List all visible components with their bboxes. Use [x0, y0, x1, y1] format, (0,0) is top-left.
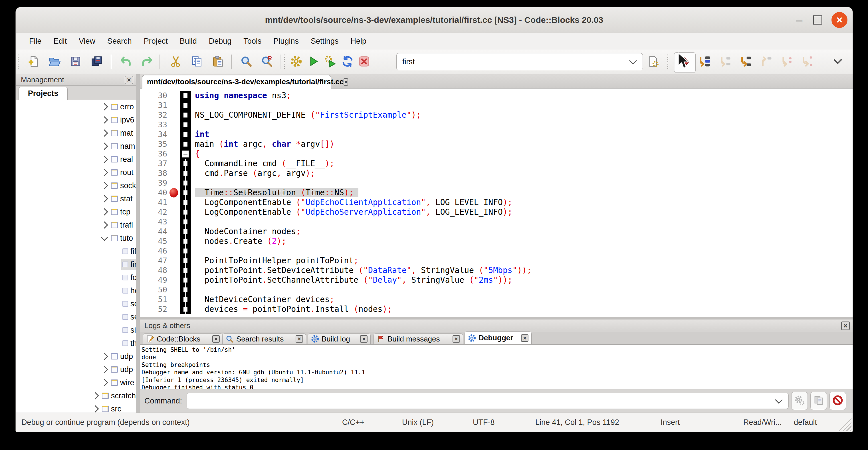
tree-item-se[interactable]: se [16, 310, 136, 324]
menu-item-view[interactable]: View [73, 34, 101, 48]
find-button[interactable] [238, 54, 254, 70]
tree-item-udp-[interactable]: udp- [16, 363, 136, 376]
logs-tab-build-messages[interactable]: Build messages× [373, 333, 463, 344]
close-icon[interactable]: × [296, 335, 303, 342]
chevron-right-icon[interactable] [101, 182, 108, 189]
save-all-button[interactable] [89, 54, 105, 70]
menu-item-file[interactable]: File [23, 34, 48, 48]
menu-item-settings[interactable]: Settings [305, 34, 345, 48]
resize-grip[interactable] [837, 416, 851, 431]
new-file-button[interactable] [26, 54, 42, 70]
tree-item-udp[interactable]: udp [16, 350, 136, 363]
chevron-right-icon[interactable] [101, 195, 108, 202]
minimize-icon[interactable]: – [795, 15, 804, 25]
tree-item-ipv6[interactable]: ipv6 [16, 113, 136, 126]
run-to-cursor-button[interactable] [697, 54, 713, 70]
menu-item-build[interactable]: Build [174, 34, 203, 48]
compile-file-button[interactable] [645, 54, 661, 70]
tree-item-he[interactable]: he [16, 284, 136, 297]
menu-item-plugins[interactable]: Plugins [267, 34, 305, 48]
chevron-right-icon[interactable] [101, 366, 108, 373]
chevron-right-icon[interactable] [92, 392, 99, 399]
tree-item-rout[interactable]: rout [16, 166, 136, 179]
menu-item-help[interactable]: Help [344, 34, 372, 48]
tree-item-trafl[interactable]: trafl [16, 218, 136, 232]
menu-item-edit[interactable]: Edit [48, 34, 73, 48]
step-into-instruction-button[interactable] [800, 54, 815, 70]
menu-item-tools[interactable]: Tools [238, 34, 267, 48]
undo-button[interactable] [118, 54, 134, 70]
chevron-right-icon[interactable] [101, 169, 108, 176]
vertical-splitter[interactable] [136, 74, 140, 413]
tree-item-fo[interactable]: fo [16, 271, 136, 284]
code-editor[interactable]: 30using namespace ns3;3132NS_LOG_COMPONE… [140, 89, 852, 319]
chevron-down-icon[interactable] [775, 396, 783, 404]
tree-item-fif[interactable]: fif [16, 245, 136, 258]
build-and-run-button[interactable] [322, 54, 338, 70]
cut-button[interactable] [168, 54, 184, 70]
close-icon[interactable]: × [360, 335, 368, 342]
menu-item-project[interactable]: Project [138, 34, 174, 48]
copy-button[interactable] [189, 54, 205, 70]
close-icon[interactable]: × [841, 322, 850, 330]
gears-gray-button[interactable] [791, 392, 808, 410]
tree-item-tcp[interactable]: tcp [16, 205, 136, 218]
tree-item-fir[interactable]: fir [16, 258, 136, 271]
tree-item-erro[interactable]: erro [16, 100, 136, 113]
replace-button[interactable]: R [259, 54, 275, 70]
next-instruction-button[interactable] [779, 54, 795, 70]
build-target-combo[interactable]: first [396, 53, 643, 70]
tree-item-mat[interactable]: mat [16, 126, 136, 140]
close-icon[interactable]: × [521, 334, 528, 342]
chevron-down-icon[interactable] [101, 234, 108, 241]
open-file-button[interactable] [46, 54, 62, 70]
copy-gray-button[interactable] [810, 392, 827, 410]
step-out-button[interactable] [758, 54, 774, 70]
run-button[interactable] [305, 54, 321, 70]
stop-red-button[interactable] [830, 392, 846, 410]
save-button[interactable] [68, 54, 84, 70]
tree-item-tuto[interactable]: tuto [16, 232, 136, 245]
chevron-right-icon[interactable] [101, 221, 108, 229]
editor-tab-first-cc[interactable]: mnt/dev/tools/source/ns-3-dev/examples/t… [142, 75, 331, 89]
maximize-icon[interactable] [813, 16, 823, 25]
chevron-down-icon[interactable] [629, 57, 637, 64]
tree-item-wire[interactable]: wire [16, 376, 136, 389]
logs-tab-debugger[interactable]: Debugger× [465, 331, 532, 344]
chevron-right-icon[interactable] [101, 143, 108, 150]
tree-item-real[interactable]: real [16, 153, 136, 166]
tree-item-src[interactable]: src [16, 402, 136, 413]
titlebar[interactable]: mnt/dev/tools/source/ns-3-dev/examples/t… [16, 7, 852, 33]
chevron-right-icon[interactable] [101, 103, 108, 110]
paste-button[interactable] [210, 54, 226, 70]
chevron-right-icon[interactable] [92, 405, 99, 412]
build-button[interactable] [288, 54, 304, 70]
rebuild-button[interactable] [340, 54, 355, 70]
close-icon[interactable]: × [125, 76, 133, 84]
toolbar-grip[interactable] [283, 55, 286, 69]
menu-item-debug[interactable]: Debug [203, 34, 238, 48]
toolbar-grip[interactable] [17, 55, 20, 69]
chevron-right-icon[interactable] [101, 116, 108, 123]
chevron-right-icon[interactable] [101, 208, 108, 215]
close-icon[interactable]: × [344, 78, 348, 86]
horizontal-splitter[interactable] [140, 317, 852, 320]
redo-button[interactable] [139, 54, 155, 70]
tree-item-scratch[interactable]: scratch [16, 389, 136, 402]
tree-item-stat[interactable]: stat [16, 192, 136, 205]
close-icon[interactable]: × [832, 12, 847, 28]
logs-tab-build-log[interactable]: Build log× [308, 333, 371, 344]
toolbar-grip[interactable] [667, 55, 669, 69]
chevron-right-icon[interactable] [101, 156, 108, 163]
chevron-right-icon[interactable] [101, 129, 108, 137]
tree-item-se[interactable]: se [16, 297, 136, 310]
logs-tab-search-results[interactable]: Search results× [222, 333, 306, 344]
close-icon[interactable]: × [453, 335, 460, 342]
close-icon[interactable]: × [212, 335, 220, 342]
next-line-button[interactable] [717, 54, 733, 70]
command-input[interactable] [187, 393, 789, 409]
chevron-right-icon[interactable] [101, 353, 108, 360]
tree-item-th[interactable]: th [16, 337, 136, 350]
tree-item-sock[interactable]: sock [16, 179, 136, 192]
fold-collapse-icon[interactable] [182, 150, 189, 158]
